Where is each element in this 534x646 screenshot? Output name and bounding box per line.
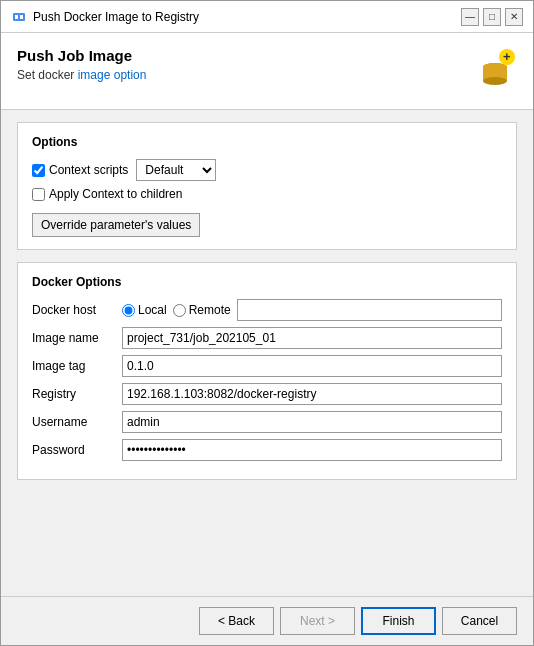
image-name-input[interactable] xyxy=(122,327,502,349)
svg-point-6 xyxy=(483,63,507,71)
docker-section: Docker Options Docker host Local Remote xyxy=(17,262,517,480)
subtitle-text: Set docker xyxy=(17,68,78,82)
remote-radio-label[interactable]: Remote xyxy=(173,303,231,317)
window-title: Push Docker Image to Registry xyxy=(33,10,199,24)
radio-group: Local Remote xyxy=(122,299,502,321)
remote-radio[interactable] xyxy=(173,304,186,317)
title-bar-controls: — □ ✕ xyxy=(461,8,523,26)
remote-label-text: Remote xyxy=(189,303,231,317)
override-btn-row: Override parameter's values xyxy=(32,207,502,237)
options-section: Options Context scripts Default Custom A… xyxy=(17,122,517,250)
minimize-button[interactable]: — xyxy=(461,8,479,26)
context-scripts-checkbox[interactable] xyxy=(32,164,45,177)
main-window: Push Docker Image to Registry — □ ✕ Push… xyxy=(0,0,534,646)
svg-rect-1 xyxy=(15,15,18,19)
svg-rect-0 xyxy=(13,13,25,21)
next-button[interactable]: Next > xyxy=(280,607,355,635)
title-bar-left: Push Docker Image to Registry xyxy=(11,9,199,25)
context-dropdown[interactable]: Default Custom xyxy=(136,159,216,181)
content-area: Options Context scripts Default Custom A… xyxy=(1,110,533,596)
registry-row: Registry xyxy=(32,383,502,405)
window-icon xyxy=(11,9,27,25)
username-label: Username xyxy=(32,415,122,429)
docker-host-label: Docker host xyxy=(32,303,122,317)
image-tag-row: Image tag xyxy=(32,355,502,377)
context-scripts-text: Context scripts xyxy=(49,163,128,177)
svg-point-5 xyxy=(483,77,507,85)
apply-context-text: Apply Context to children xyxy=(49,187,182,201)
registry-input[interactable] xyxy=(122,383,502,405)
image-name-label: Image name xyxy=(32,331,122,345)
local-label-text: Local xyxy=(138,303,167,317)
override-button[interactable]: Override parameter's values xyxy=(32,213,200,237)
password-row: Password xyxy=(32,439,502,461)
docker-host-row: Docker host Local Remote xyxy=(32,299,502,321)
cancel-button[interactable]: Cancel xyxy=(442,607,517,635)
username-row: Username xyxy=(32,411,502,433)
title-bar: Push Docker Image to Registry — □ ✕ xyxy=(1,1,533,33)
back-button[interactable]: < Back xyxy=(199,607,274,635)
close-button[interactable]: ✕ xyxy=(505,8,523,26)
image-name-row: Image name xyxy=(32,327,502,349)
maximize-button[interactable]: □ xyxy=(483,8,501,26)
subtitle-link[interactable]: image option xyxy=(78,68,147,82)
apply-context-label[interactable]: Apply Context to children xyxy=(32,187,182,201)
docker-push-icon: + xyxy=(469,47,517,95)
apply-context-checkbox[interactable] xyxy=(32,188,45,201)
username-input[interactable] xyxy=(122,411,502,433)
options-title: Options xyxy=(32,135,502,149)
footer: < Back Next > Finish Cancel xyxy=(1,596,533,645)
header-left: Push Job Image Set docker image option xyxy=(17,47,146,82)
image-tag-input[interactable] xyxy=(122,355,502,377)
docker-title: Docker Options xyxy=(32,275,502,289)
svg-rect-2 xyxy=(20,15,23,19)
svg-text:+: + xyxy=(503,49,511,64)
finish-button[interactable]: Finish xyxy=(361,607,436,635)
page-title: Push Job Image xyxy=(17,47,146,64)
password-input[interactable] xyxy=(122,439,502,461)
header-section: Push Job Image Set docker image option + xyxy=(1,33,533,110)
local-radio-label[interactable]: Local xyxy=(122,303,167,317)
context-scripts-row: Context scripts Default Custom xyxy=(32,159,502,181)
context-scripts-label[interactable]: Context scripts xyxy=(32,163,128,177)
image-tag-label: Image tag xyxy=(32,359,122,373)
password-label: Password xyxy=(32,443,122,457)
local-radio[interactable] xyxy=(122,304,135,317)
remote-host-input[interactable] xyxy=(237,299,502,321)
apply-context-row: Apply Context to children xyxy=(32,187,502,201)
page-subtitle: Set docker image option xyxy=(17,68,146,82)
registry-label: Registry xyxy=(32,387,122,401)
